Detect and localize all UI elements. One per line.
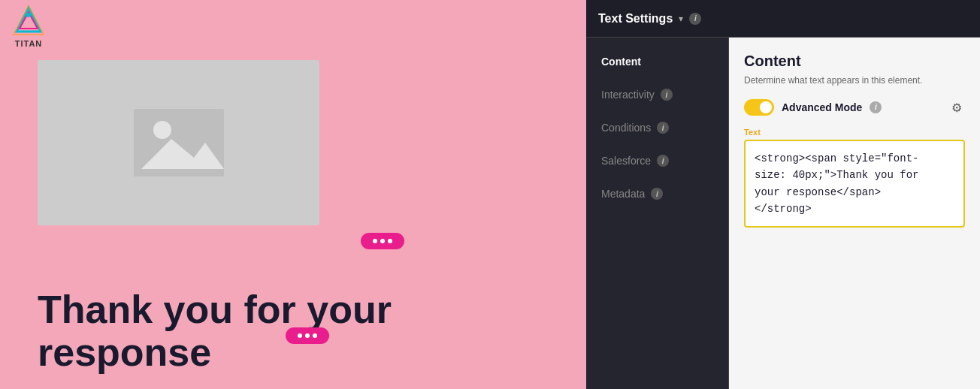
chat-bubble-1	[361, 233, 404, 249]
settings-title: Text Settings	[598, 12, 673, 26]
canvas-topbar: TITAN	[0, 0, 586, 53]
gear-icon[interactable]: ⚙	[951, 101, 965, 114]
logo-container: TITAN	[12, 5, 45, 48]
salesforce-info-icon[interactable]: i	[657, 155, 669, 167]
text-editor-box[interactable]: <strong><span style="font-size: 40px;">T…	[744, 140, 965, 228]
conditions-info-icon[interactable]: i	[657, 122, 669, 134]
panel-content: Content Determine what text appears in t…	[729, 38, 980, 389]
settings-header: Text Settings ▾ i	[586, 0, 980, 38]
titan-logo-icon	[12, 5, 45, 38]
sidebar-item-content-label: Content	[601, 56, 641, 68]
sidebar-item-conditions[interactable]: Conditions i	[586, 111, 728, 144]
sidebar-item-salesforce[interactable]: Salesforce i	[586, 144, 728, 177]
advanced-mode-info-icon[interactable]: i	[870, 101, 882, 113]
advanced-mode-label: Advanced Mode	[782, 101, 862, 113]
sidebar-item-conditions-label: Conditions	[601, 122, 651, 134]
sidebar-item-interactivity[interactable]: Interactivity i	[586, 78, 728, 111]
svg-point-3	[26, 13, 31, 17]
panel-body: Content Interactivity i Conditions i Sal…	[586, 38, 980, 389]
chevron-down-icon[interactable]: ▾	[679, 14, 683, 24]
interactivity-info-icon[interactable]: i	[661, 89, 673, 101]
sidebar-item-content[interactable]: Content	[586, 45, 728, 78]
right-panel: Text Settings ▾ i Content Interactivity …	[586, 0, 980, 389]
sidebar-item-metadata-label: Metadata	[601, 188, 645, 200]
settings-info-icon[interactable]: i	[689, 13, 701, 25]
logo-text: TITAN	[15, 39, 43, 48]
canvas-area: TITAN Thank you for your response	[0, 0, 586, 389]
svg-point-5	[153, 121, 171, 139]
image-placeholder	[38, 60, 319, 225]
content-title: Content	[744, 53, 965, 70]
chat-bubble-2	[286, 327, 329, 344]
content-description: Determine what text appears in this elem…	[744, 74, 965, 87]
sidebar-item-interactivity-label: Interactivity	[601, 89, 655, 101]
sidebar-item-metadata[interactable]: Metadata i	[586, 177, 728, 210]
panel-nav: Content Interactivity i Conditions i Sal…	[586, 38, 729, 389]
metadata-info-icon[interactable]: i	[651, 188, 663, 200]
advanced-mode-toggle[interactable]	[744, 99, 774, 116]
advanced-mode-row: Advanced Mode i ⚙	[744, 99, 965, 116]
text-editor-label: Text	[744, 128, 965, 137]
thank-you-text: Thank you for your response	[0, 281, 429, 381]
sidebar-item-salesforce-label: Salesforce	[601, 155, 651, 167]
